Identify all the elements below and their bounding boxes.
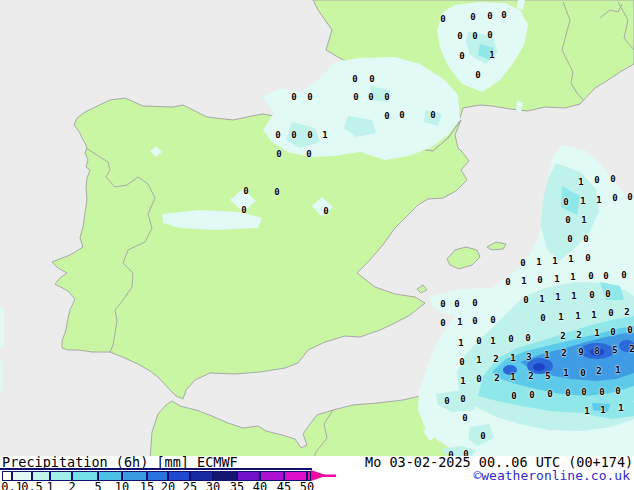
legend-tick-label: 35 <box>230 481 244 490</box>
legend-tick-label: 25 <box>183 481 197 490</box>
legend-tick-label: 1 <box>46 481 53 490</box>
legend-tick-label: 45 <box>277 481 291 490</box>
legend-scale-labels: 0.10.5125101520253035404550 <box>0 481 330 490</box>
footer-bar: Precipitation (6h) [mm] ECMWF Mo 03-02-2… <box>0 456 634 490</box>
legend-tick-label: 10 <box>115 481 129 490</box>
legend-tick-label: 0.5 <box>21 481 43 490</box>
legend-tick-label: 20 <box>161 481 175 490</box>
legend-tick-label: 15 <box>140 481 154 490</box>
copyright-link[interactable]: ©weatheronline.co.uk <box>473 468 630 483</box>
precipitation-map <box>0 0 634 456</box>
legend-divider <box>0 468 312 470</box>
legend-arrow-tail <box>323 475 336 478</box>
legend-tick-label: 50 <box>300 481 314 490</box>
legend-tick-label: 5 <box>94 481 101 490</box>
legend-tick-label: 0.1 <box>1 481 23 490</box>
weather-map-page: 0000000010000000000000010000001000110001… <box>0 0 634 490</box>
legend-tick-label: 40 <box>253 481 267 490</box>
legend-tick-label: 30 <box>206 481 220 490</box>
legend-tick-label: 2 <box>68 481 75 490</box>
